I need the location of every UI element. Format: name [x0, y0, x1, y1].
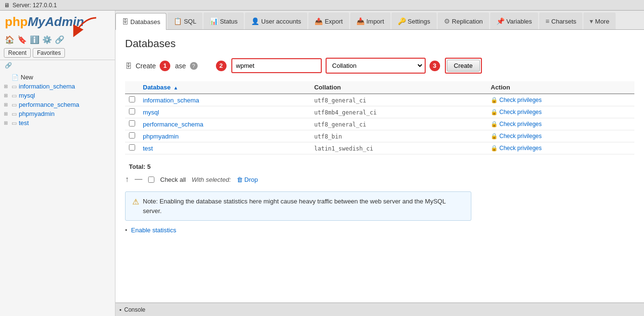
- drop-button[interactable]: 🗑 Drop: [237, 176, 258, 183]
- help-icon[interactable]: ?: [190, 62, 198, 70]
- sidebar-item-new[interactable]: 📄 New: [0, 73, 115, 82]
- expander-2: ⊞: [4, 102, 10, 107]
- enable-statistics-link[interactable]: Enable statistics: [131, 227, 177, 234]
- tab-user-accounts-label: User accounts: [261, 18, 301, 25]
- variables-tab-icon: 📌: [496, 17, 505, 25]
- row-db-name-4: test: [139, 142, 310, 154]
- row-collation-0: utf8_general_ci: [310, 94, 487, 106]
- sidebar-item-mysql[interactable]: ⊞ ▭ mysql: [0, 91, 115, 100]
- charsets-tab-icon: ≡: [545, 17, 549, 25]
- sidebar-item-information-schema[interactable]: ⊞ ▭ information_schema: [0, 82, 115, 91]
- sql-tab-icon: 📋: [174, 17, 182, 25]
- db-label-4: test: [19, 119, 29, 126]
- home-icon[interactable]: 🏠: [5, 35, 14, 44]
- tab-variables[interactable]: 📌 Variables: [490, 13, 538, 29]
- collation-select[interactable]: Collation utf8_general_ci utf8mb4_genera…: [328, 60, 424, 72]
- row-checkbox-0[interactable]: [129, 96, 135, 102]
- row-action-0: 🔒 Check privileges: [487, 94, 634, 106]
- drop-icon: 🗑: [237, 176, 243, 183]
- nav-tabs: 🗄 Databases 📋 SQL 📊 Status 👤 User accoun…: [115, 11, 644, 30]
- page-content: Databases 🗄 Create 1 ase ? 2 Collation u…: [115, 30, 644, 303]
- settings-icon[interactable]: ⚙️: [42, 35, 52, 44]
- bookmark-icon[interactable]: 🔖: [17, 35, 27, 44]
- check-priv-link-4[interactable]: 🔒 Check privileges: [491, 145, 631, 152]
- row-collation-3: utf8_bin: [310, 130, 487, 142]
- check-all-checkbox[interactable]: [148, 177, 154, 183]
- row-checkbox-cell-3: [125, 130, 139, 142]
- sidebar-item-performance-schema[interactable]: ⊞ ▭ performance_schema: [0, 100, 115, 109]
- check-priv-label-3: Check privileges: [499, 133, 542, 139]
- table-row: phpmyadmin utf8_bin 🔒 Check privileges: [125, 130, 634, 142]
- badge-2: 2: [216, 61, 227, 71]
- db-icon-4: ▭: [12, 120, 17, 126]
- databases-table: Database ▲ Collation Action information_…: [125, 81, 634, 154]
- export-tab-icon: 📤: [315, 17, 323, 25]
- info-icon[interactable]: ℹ️: [30, 35, 39, 44]
- tab-export[interactable]: 📤 Export: [308, 13, 349, 29]
- check-priv-link-2[interactable]: 🔒 Check privileges: [491, 121, 631, 127]
- server-icon: 🖥: [4, 2, 10, 9]
- lock-icon-1: 🔒: [491, 109, 498, 115]
- db-link-3[interactable]: phpmyadmin: [143, 133, 178, 140]
- more-tab-icon: ▾: [590, 17, 593, 25]
- warning-icon: ⚠: [132, 197, 139, 206]
- tab-more[interactable]: ▾ More: [583, 13, 616, 29]
- sidebar-item-phpmyadmin[interactable]: ⊞ ▭ phpmyadmin: [0, 109, 115, 118]
- tab-replication-label: Replication: [452, 18, 483, 25]
- row-checkbox-2[interactable]: [129, 120, 135, 126]
- tab-import[interactable]: 📥 Import: [350, 13, 391, 29]
- user-accounts-tab-icon: 👤: [251, 17, 259, 25]
- row-db-name-2: performance_schema: [139, 118, 310, 130]
- row-checkbox-4[interactable]: [129, 144, 135, 151]
- db-link-1[interactable]: mysql: [143, 109, 159, 116]
- table-body: information_schema utf8_general_ci 🔒 Che…: [125, 94, 634, 154]
- create-suffix: ase: [175, 62, 186, 70]
- col-database[interactable]: Database ▲: [139, 81, 310, 94]
- tab-databases[interactable]: 🗄 Databases: [115, 13, 166, 30]
- collation-val-3: utf8_bin: [314, 133, 342, 140]
- db-link-0[interactable]: information_schema: [143, 97, 199, 104]
- create-button[interactable]: Create: [447, 60, 480, 72]
- new-label: New: [21, 74, 33, 81]
- recent-button[interactable]: Recent: [4, 48, 31, 58]
- page-title: Databases: [125, 38, 634, 50]
- table-row: test latin1_swedish_ci 🔒 Check privilege…: [125, 142, 634, 154]
- tab-charsets[interactable]: ≡ Charsets: [539, 13, 582, 29]
- db-icon-1: ▭: [12, 92, 17, 99]
- collation-val-2: utf8_general_ci: [314, 121, 366, 128]
- tab-replication[interactable]: ⚙ Replication: [438, 13, 489, 29]
- logo-php: php: [5, 14, 28, 29]
- col-collation: Collation: [310, 81, 487, 94]
- tab-status[interactable]: 📊 Status: [203, 13, 244, 29]
- check-priv-link-0[interactable]: 🔒 Check privileges: [491, 97, 631, 103]
- favorites-button[interactable]: Favorites: [33, 48, 65, 58]
- external-link-icon[interactable]: 🔗: [55, 35, 64, 44]
- table-row: mysql utf8mb4_general_ci 🔒 Check privile…: [125, 106, 634, 118]
- expander-1: ⊞: [4, 93, 10, 98]
- badge-3: 3: [429, 61, 440, 71]
- console-label: Console: [124, 306, 145, 313]
- tab-settings[interactable]: 🔑 Settings: [391, 13, 437, 29]
- db-link-4[interactable]: test: [143, 145, 153, 152]
- sidebar-item-test[interactable]: ⊞ ▭ test: [0, 118, 115, 127]
- check-priv-link-1[interactable]: 🔒 Check privileges: [491, 109, 631, 115]
- row-checkbox-1[interactable]: [129, 108, 135, 114]
- scroll-up-icon[interactable]: ↑: [125, 175, 129, 184]
- row-checkbox-cell-4: [125, 142, 139, 154]
- check-all-label[interactable]: Check all: [160, 176, 186, 183]
- row-checkbox-3[interactable]: [129, 132, 135, 139]
- tab-sql[interactable]: 📋 SQL: [167, 13, 202, 29]
- row-checkbox-cell-1: [125, 106, 139, 118]
- total-row: Total: 5: [125, 160, 634, 173]
- db-name-input-wrap: [231, 58, 322, 73]
- sidebar-nav: Recent Favorites: [0, 46, 115, 60]
- logo: phpMyAdmin: [0, 11, 115, 33]
- tab-user-accounts[interactable]: 👤 User accounts: [245, 13, 307, 29]
- tab-settings-label: Settings: [408, 18, 430, 25]
- db-name-input[interactable]: [233, 60, 320, 71]
- db-label-0: information_schema: [19, 83, 75, 90]
- create-db-icon: 🗄: [125, 62, 132, 70]
- check-priv-link-3[interactable]: 🔒 Check privileges: [491, 133, 631, 139]
- db-link-2[interactable]: performance_schema: [143, 121, 203, 128]
- create-label: Create: [136, 62, 156, 70]
